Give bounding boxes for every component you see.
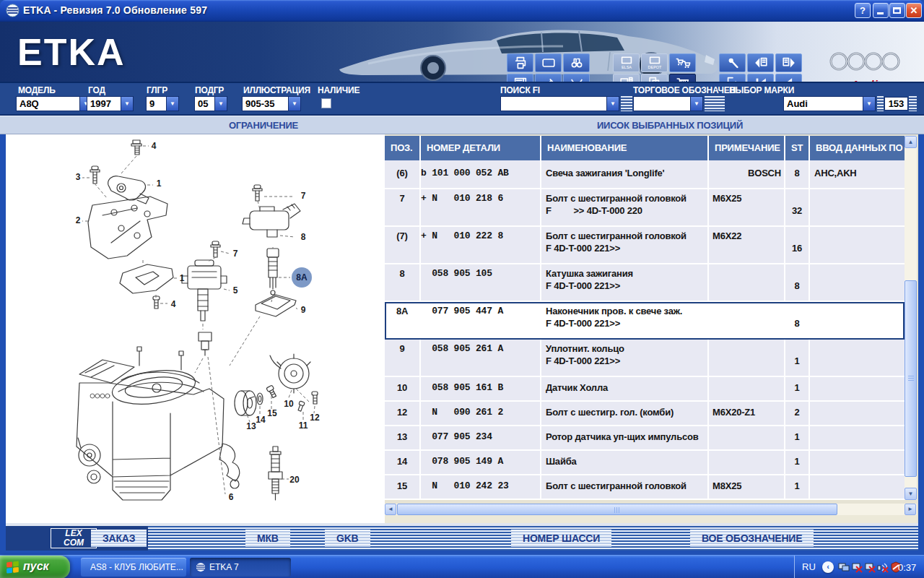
table-row[interactable]: 7+ N 010 218 6Болт с шестигранной головк… [385,189,905,227]
maximize-button[interactable] [889,3,905,18]
col-header-qty[interactable]: ST [785,136,810,160]
taskbar-task-as8[interactable]: AS8 - КЛУБ ЛЮБИТЕ... [81,558,186,577]
table-row[interactable]: 12 N 090 261 2Болт с шестигр. гол. (комб… [385,402,905,426]
col-header-pos[interactable]: ПОЗ. [385,136,421,160]
main-group-combo[interactable]: 9▼ [146,96,179,111]
trade-designation-combo[interactable]: ▼ [633,96,703,111]
tray-collapse-arrow-icon[interactable]: ‹ [822,561,834,573]
col-header-note[interactable]: ПРИМЕЧАНИЕ [709,136,785,160]
scroll-down-button[interactable]: ▼ [905,488,917,500]
binoculars-search-icon[interactable] [563,53,590,72]
illustration-window-icon[interactable] [535,53,562,72]
model-combo[interactable]: A8Q▼ [16,96,92,111]
diagram-part-label-4[interactable]: 4 [152,141,157,151]
table-row-selected[interactable]: 8A 077 905 447 AНаконечник пров. к свече… [385,302,905,340]
statusbar-button-3[interactable]: GKB [325,530,370,547]
diagram-part-label-13[interactable]: 13 [246,421,256,431]
documents-icon[interactable] [641,74,668,83]
edit-pencil-icon[interactable] [535,74,562,83]
pin-icon[interactable] [719,53,746,72]
diagram-part-label-15[interactable]: 15 [267,408,277,418]
exploded-parts-diagram[interactable]: 4312788A75149613141510111220 [6,134,385,523]
statusbar-button-5[interactable]: ВОЕ ОБОЗНАЧЕНИЕ [690,530,814,547]
diagram-part-label-1[interactable]: 1 [157,178,162,189]
vertical-scrollbar[interactable]: ▲ ▼ [905,136,917,500]
statusbar-button-2[interactable]: МКВ [245,530,290,547]
axle-parts-icon[interactable] [563,74,590,83]
back-icon[interactable] [775,74,802,83]
diagram-part-label-3[interactable]: 3 [76,172,81,182]
diagram-part-label-2[interactable]: 2 [76,215,81,225]
chevron-down-icon[interactable]: ▼ [606,97,619,111]
network-error-icon[interactable] [851,561,863,573]
clock[interactable]: 0:37 [898,562,916,573]
diagram-part-label-4[interactable]: 4 [171,299,176,309]
table-row[interactable]: 15 N 010 242 23Болт с шестигранной голов… [385,475,905,500]
taskbar-task-etka[interactable]: ETKA 7 [190,558,291,577]
table-row[interactable]: 8 058 905 105Катушка зажиганияF 4D-T-000… [385,264,905,302]
prev-document-icon[interactable] [747,53,774,72]
table-row[interactable]: 9 058 905 261 AУплотнит. кольцоF 4D-T-00… [385,340,905,377]
table-row[interactable]: 13 077 905 234Ротор датчика уп-щих импул… [385,426,905,451]
chevron-down-icon[interactable]: ▼ [288,97,300,111]
year-combo[interactable]: 1997▼ [87,96,134,111]
statusbar-button-4[interactable]: НОМЕР ШАССИ [511,530,611,547]
availability-checkbox[interactable] [321,98,331,108]
sub-group-combo[interactable]: 05▼ [194,96,227,111]
exit-icon[interactable] [719,74,746,83]
table-row[interactable]: (7)+ N 010 222 8Болт с шестигранной голо… [385,227,905,264]
table-row[interactable]: 10 058 905 161 BДатчик Холла1 [385,377,905,402]
chevron-down-icon[interactable]: ▼ [863,97,875,111]
diagram-part-label-1[interactable]: 1 [180,273,185,283]
col-header-name[interactable]: НАИМЕНОВАНИЕ [541,136,709,160]
help-button[interactable]: ? [855,3,871,18]
statusbar-button-1[interactable]: ЗАКАЗ [91,530,147,547]
parts-diagram-panel[interactable]: 4312788A75149613141510111220 [6,134,385,523]
shopping-cart-icon[interactable] [669,74,696,83]
diagram-part-label-8A[interactable]: 8A [296,272,308,282]
fi-search-combo[interactable]: ▼ [500,96,619,111]
horizontal-scrollbar[interactable]: ◄ ► [385,504,917,515]
chevron-down-icon[interactable]: ▼ [214,97,227,111]
cart-transfer-icon[interactable] [669,53,696,72]
diagram-part-label-11[interactable]: 11 [299,420,308,431]
elsa-icon[interactable]: ELSA [613,53,640,72]
brand-select-combo[interactable]: Audi▼ [783,96,876,111]
first-page-icon[interactable] [747,74,774,83]
col-header-data-entry[interactable]: ВВОД ДАННЫХ ПО [810,136,905,160]
horizontal-scroll-thumb[interactable] [397,504,837,515]
diagram-part-label-9[interactable]: 9 [301,305,306,315]
diagram-part-label-12[interactable]: 12 [310,413,320,423]
diagram-part-label-20[interactable]: 20 [289,475,300,485]
diagram-part-label-10[interactable]: 10 [284,399,294,409]
monitor-list-icon[interactable] [613,74,640,83]
diagram-part-label-6[interactable]: 6 [229,492,234,502]
table-row[interactable]: (6)b 101 000 052 ABСвеча зажигания 'Long… [385,160,905,189]
close-button[interactable]: ✕ [906,3,922,18]
language-indicator[interactable]: RU [802,561,816,572]
start-button[interactable]: пуск [0,556,70,578]
diagram-part-label-14[interactable]: 14 [256,415,266,425]
col-header-part-number[interactable]: НОМЕР ДЕТАЛИ [421,136,541,160]
illustration-combo[interactable]: 905-35▼ [242,96,301,111]
chevron-down-icon[interactable]: ▼ [166,97,178,111]
wireless-error-icon[interactable] [877,561,889,573]
scroll-up-button[interactable]: ▲ [905,136,917,148]
next-document-icon[interactable] [775,53,802,72]
diagram-part-label-8[interactable]: 8 [301,232,306,242]
print-icon[interactable] [507,53,533,72]
chevron-down-icon[interactable]: ▼ [121,97,133,111]
scroll-right-button[interactable]: ► [905,504,916,515]
depot-icon[interactable]: DEPOT [641,53,668,72]
network-error-icon[interactable] [864,561,876,573]
diagram-part-label-5[interactable]: 5 [233,285,238,296]
parts-list-icon[interactable] [507,74,533,83]
diagram-part-label-7[interactable]: 7 [301,191,306,201]
table-row[interactable]: 14 078 905 149 AШайба1 [385,451,905,475]
scroll-left-button[interactable]: ◄ [385,504,396,515]
chevron-down-icon[interactable]: ▼ [690,97,702,111]
network-icon[interactable] [838,561,850,573]
vertical-scroll-thumb[interactable] [905,280,917,477]
minimize-button[interactable] [873,3,889,18]
diagram-part-label-7[interactable]: 7 [233,249,238,259]
